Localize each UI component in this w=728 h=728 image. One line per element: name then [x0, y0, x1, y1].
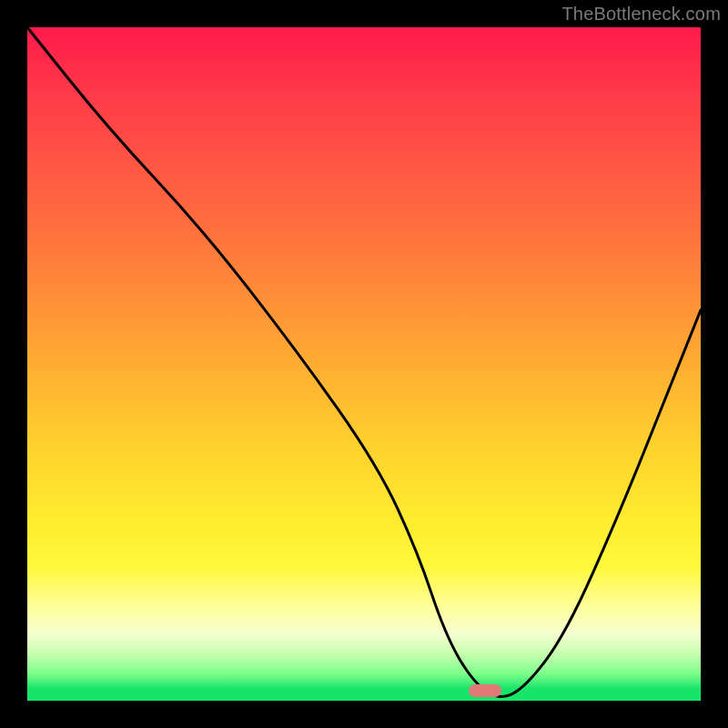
plot-area	[27, 27, 701, 701]
chart-frame: TheBottleneck.com	[0, 0, 728, 728]
watermark-text: TheBottleneck.com	[561, 4, 721, 25]
bottleneck-curve	[27, 27, 701, 701]
optimum-marker	[469, 684, 501, 697]
